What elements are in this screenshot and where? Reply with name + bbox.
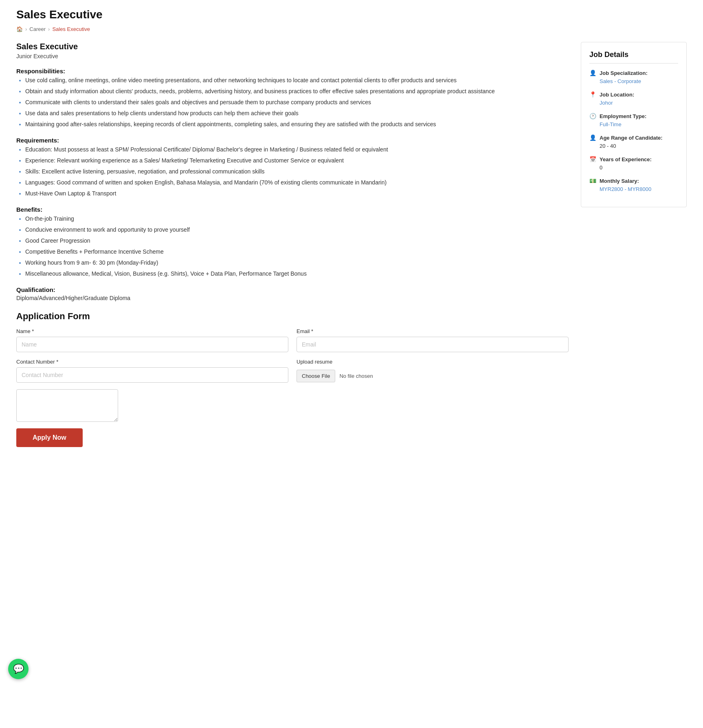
list-item: Must-Have Own Laptop & Transport (25, 189, 569, 198)
experience-item: 📅 Years of Experience: 0 (589, 156, 678, 171)
home-icon: 🏠 (16, 26, 23, 32)
contact-group: Contact Number * (16, 359, 288, 383)
location-label: Job Location: (600, 92, 634, 98)
page-title: Sales Executive (16, 8, 687, 21)
list-item: Experience: Relevant working experience … (25, 156, 569, 165)
job-details-heading: Job Details (589, 50, 678, 64)
responsibilities-list: Use cold calling, online meetings, onlin… (16, 76, 569, 129)
age-label: Age Range of Candidate: (600, 135, 663, 141)
job-subtitle: Junior Executive (16, 53, 569, 59)
breadcrumb-current: Sales Executive (52, 26, 90, 32)
location-value: Johor (600, 100, 613, 106)
qualification-value: Diploma/Advanced/Higher/Graduate Diploma (16, 295, 569, 301)
list-item: Maintaining good after-sales relationshi… (25, 120, 569, 129)
experience-value: 0 (600, 164, 602, 171)
age-item: 👤 Age Range of Candidate: 20 - 40 (589, 134, 678, 150)
age-value: 20 - 40 (600, 143, 616, 149)
employment-item: 🕐 Employment Type: Full-Time (589, 112, 678, 128)
salary-item: 💵 Monthly Salary: MYR2800 - MYR8000 (589, 177, 678, 193)
email-group: Email * (297, 328, 569, 352)
employment-label: Employment Type: (600, 113, 646, 119)
specialization-item: 👤 Job Specialization: Sales - Corporate (589, 69, 678, 85)
list-item: Obtain and study information about clien… (25, 87, 569, 96)
form-row-name-email: Name * Email * (16, 328, 569, 352)
job-details-sidebar: Job Details 👤 Job Specialization: Sales … (581, 42, 687, 207)
list-item: Miscellaneous allowance, Medical, Vision… (25, 270, 569, 278)
requirements-heading: Requirements: (16, 137, 569, 144)
upload-label: Upload resume (297, 359, 569, 365)
message-textarea[interactable] (16, 389, 118, 422)
name-label: Name * (16, 328, 288, 334)
location-icon: 📍 (589, 91, 596, 98)
file-upload-row: Choose File No file chosen (297, 370, 569, 382)
main-layout: Sales Executive Junior Executive Respons… (16, 42, 687, 447)
no-file-text: No file chosen (339, 373, 373, 379)
job-title: Sales Executive (16, 42, 569, 51)
apply-now-button[interactable]: Apply Now (16, 428, 83, 447)
employment-value: Full-Time (600, 121, 622, 127)
calendar-icon: 📅 (589, 156, 596, 162)
list-item: On-the-job Training (25, 215, 569, 223)
responsibilities-heading: Responsibilities: (16, 68, 569, 75)
list-item: Education: Must possess at least a SPM/ … (25, 145, 569, 154)
experience-label: Years of Experience: (600, 156, 652, 162)
requirements-list: Education: Must possess at least a SPM/ … (16, 145, 569, 198)
benefits-list: On-the-job Training Conducive environmen… (16, 215, 569, 278)
email-label: Email * (297, 328, 569, 334)
main-content: Sales Executive Junior Executive Respons… (16, 42, 569, 447)
age-icon: 👤 (589, 134, 596, 141)
name-group: Name * (16, 328, 288, 352)
breadcrumb-sep2: › (48, 26, 50, 32)
list-item: Skills: Excellent active listening, pers… (25, 167, 569, 176)
specialization-value: Sales - Corporate (600, 78, 641, 84)
list-item: Languages: Good command of written and s… (25, 178, 569, 187)
list-item: Working hours from 9 am- 6: 30 pm (Monda… (25, 259, 569, 267)
person-icon: 👤 (589, 70, 596, 76)
money-icon: 💵 (589, 178, 596, 184)
contact-input[interactable] (16, 367, 288, 383)
list-item: Good Career Progression (25, 237, 569, 245)
job-title-section: Sales Executive Junior Executive (16, 42, 569, 59)
choose-file-button[interactable]: Choose File (297, 370, 335, 382)
breadcrumb-sep1: › (25, 26, 27, 32)
benefits-heading: Benefits: (16, 206, 569, 213)
form-row-contact-upload: Contact Number * Upload resume Choose Fi… (16, 359, 569, 383)
specialization-label: Job Specialization: (600, 70, 648, 76)
list-item: Communicate with clients to understand t… (25, 98, 569, 107)
salary-value: MYR2800 - MYR8000 (600, 186, 651, 192)
breadcrumb-career[interactable]: Career (29, 26, 46, 32)
list-item: Use cold calling, online meetings, onlin… (25, 76, 569, 85)
contact-label: Contact Number * (16, 359, 288, 365)
upload-group: Upload resume Choose File No file chosen (297, 359, 569, 383)
location-item: 📍 Job Location: Johor (589, 91, 678, 107)
application-form-title: Application Form (16, 311, 569, 322)
qualification-heading: Qualification: (16, 286, 569, 293)
breadcrumb: 🏠 › Career › Sales Executive (16, 26, 687, 32)
salary-label: Monthly Salary: (600, 178, 639, 184)
list-item: Use data and sales presentations to help… (25, 109, 569, 118)
list-item: Competitive Benefits + Performance Incen… (25, 248, 569, 256)
list-item: Conducive environment to work and opport… (25, 226, 569, 234)
email-input[interactable] (297, 337, 569, 352)
name-input[interactable] (16, 337, 288, 352)
clock-icon: 🕐 (589, 113, 596, 119)
